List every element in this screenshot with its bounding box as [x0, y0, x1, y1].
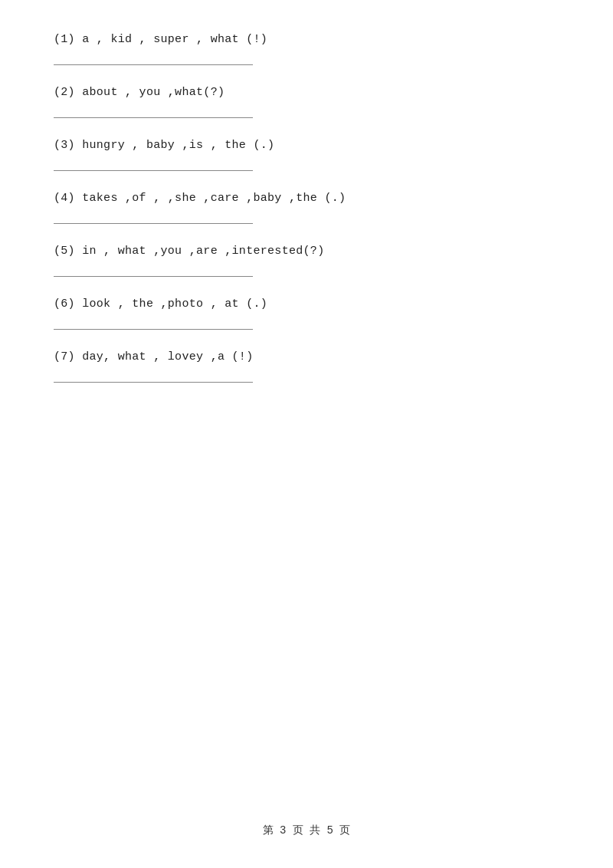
page-footer: 第 3 页 共 5 页 — [0, 824, 613, 837]
questions-wrapper: (1) a , kid , super , what (!)(2) about … — [54, 31, 559, 383]
answer-line-2 — [54, 117, 253, 118]
answer-line-3 — [54, 170, 253, 171]
question-text-4: (4) takes ,of , ,she ,care ,baby ,the (.… — [54, 189, 559, 208]
question-text-5: (5) in , what ,you ,are ,interested(?) — [54, 242, 559, 261]
question-block-1: (1) a , kid , super , what (!) — [54, 31, 559, 65]
question-block-6: (6) look , the ,photo , at (.) — [54, 295, 559, 330]
answer-line-5 — [54, 276, 253, 277]
footer-text: 第 3 页 共 5 页 — [263, 824, 351, 837]
answer-line-1 — [54, 64, 253, 65]
question-text-3: (3) hungry , baby ,is , the (.) — [54, 136, 559, 155]
answer-line-4 — [54, 223, 253, 224]
question-block-2: (2) about , you ,what(?) — [54, 84, 559, 118]
question-text-2: (2) about , you ,what(?) — [54, 84, 559, 102]
page-container: (1) a , kid , super , what (!)(2) about … — [0, 0, 613, 868]
question-block-5: (5) in , what ,you ,are ,interested(?) — [54, 242, 559, 277]
question-text-7: (7) day, what , lovey ,a (!) — [54, 348, 559, 367]
question-text-1: (1) a , kid , super , what (!) — [54, 31, 559, 49]
answer-line-7 — [54, 382, 253, 383]
answer-line-6 — [54, 329, 253, 330]
question-text-6: (6) look , the ,photo , at (.) — [54, 295, 559, 314]
question-block-3: (3) hungry , baby ,is , the (.) — [54, 136, 559, 171]
question-block-4: (4) takes ,of , ,she ,care ,baby ,the (.… — [54, 189, 559, 224]
question-block-7: (7) day, what , lovey ,a (!) — [54, 348, 559, 383]
